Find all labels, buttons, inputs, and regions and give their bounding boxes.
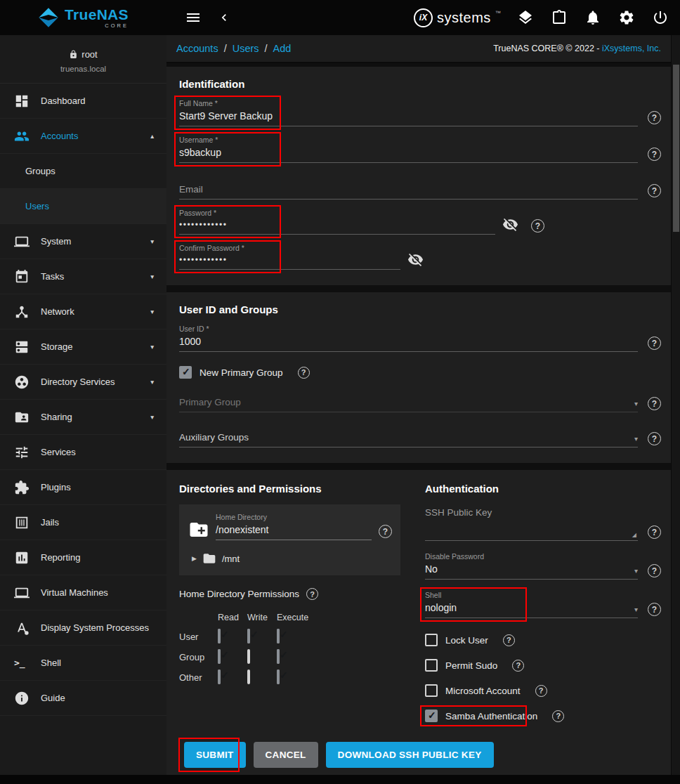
user-id-input[interactable]: 1000 [179,333,638,352]
sidebar-item-shell[interactable]: >_ Shell [0,646,166,681]
permit-sudo-checkbox[interactable] [425,659,438,672]
sidebar-item-label: Virtual Machines [41,587,108,598]
new-primary-group-checkbox[interactable] [179,366,192,379]
breadcrumb-accounts[interactable]: Accounts [176,43,218,54]
help-icon[interactable]: ? [648,184,661,197]
tree-expand-icon[interactable]: ▶ [192,555,197,562]
group-write-checkbox[interactable] [247,649,250,664]
sidebar-item-tasks[interactable]: Tasks ▼ [0,259,166,294]
sidebar-item-storage[interactable]: Storage ▼ [0,329,166,365]
sidebar-item-guide[interactable]: Guide [0,681,166,716]
form-actions: SUBMIT CANCEL DOWNLOAD SSH PUBLIC KEY [184,742,661,768]
microsoft-account-checkbox[interactable] [425,684,438,697]
full-name-input[interactable]: Start9 Server Backup [179,107,638,126]
sidebar-item-virtual-machines[interactable]: Virtual Machines [0,575,166,610]
back-icon[interactable] [217,11,231,25]
tree-item-mnt[interactable]: ▶ /mnt [188,551,392,566]
sidebar-item-directory-services[interactable]: Directory Services ▼ [0,365,166,400]
auxiliary-groups-select[interactable]: Auxiliary Groups ▾ [179,429,638,447]
breadcrumb-add[interactable]: Add [273,43,292,54]
submit-button[interactable]: SUBMIT [184,742,246,768]
lock-user-checkbox[interactable] [425,634,438,646]
logo-edition: CORE [65,23,129,29]
truecommand-icon[interactable] [517,9,534,26]
sidebar-item-network[interactable]: Network ▼ [0,294,166,329]
sidebar-item-accounts[interactable]: Accounts ▲ [0,119,166,154]
group-execute-checkbox[interactable] [277,649,280,664]
help-icon[interactable]: ? [512,660,524,672]
user-execute-checkbox[interactable] [277,629,280,643]
tasks-clipboard-icon[interactable] [551,9,568,26]
form-content: Identification Full Name * Start9 Server… [166,63,671,784]
sidebar-item-system[interactable]: System ▼ [0,224,166,259]
help-icon[interactable]: ? [531,219,544,233]
primary-group-select[interactable]: Primary Group ▾ [179,394,638,412]
username-input[interactable]: s9backup [179,144,638,163]
toggle-password-visibility-icon[interactable] [502,216,518,233]
sidebar-item-users[interactable]: Users [0,189,166,224]
email-input[interactable]: Email [179,181,638,200]
disable-password-select[interactable]: No ▾ [425,561,638,580]
dropdown-arrow-icon[interactable]: ▾ [634,400,638,407]
microsoft-account-label: Microsoft Account [445,686,521,696]
user-write-checkbox[interactable] [247,629,250,643]
sidebar-item-dashboard[interactable]: Dashboard [0,84,166,119]
other-read-checkbox[interactable] [218,669,221,684]
dropdown-arrow-icon[interactable]: ▾ [634,435,638,443]
other-execute-checkbox[interactable] [277,669,280,684]
create-folder-icon[interactable] [188,519,210,540]
samba-authentication-row: Samba Authentication ? [425,710,661,722]
ssh-public-key-textarea[interactable]: SSH Public Key ◢ [425,507,638,541]
help-icon[interactable]: ? [648,337,661,350]
help-icon[interactable]: ? [648,111,661,124]
sidebar-item-plugins[interactable]: Plugins [0,470,166,505]
dropdown-arrow-icon[interactable]: ▾ [634,567,638,575]
scrollbar-thumb[interactable] [673,65,679,232]
home-directory-panel: Home Directory /nonexistent ? ▶ /mnt [179,504,400,575]
password-input[interactable]: •••••••••••• [179,217,495,235]
disable-password-label: Disable Password [425,552,638,561]
help-icon[interactable]: ? [503,634,515,646]
group-read-checkbox[interactable] [218,649,221,664]
settings-gear-icon[interactable] [618,9,635,26]
breadcrumb-separator: / [224,43,227,54]
other-write-checkbox[interactable] [247,669,250,684]
sidebar-item-label: Directory Services [41,377,115,387]
ixsystems-link[interactable]: iXsystems, Inc. [602,44,661,53]
help-icon[interactable]: ? [552,710,564,722]
sidebar: root truenas.local Dashboard Accounts ▲ … [0,35,166,784]
help-icon[interactable]: ? [306,588,318,600]
help-icon[interactable]: ? [648,525,661,539]
sidebar-item-services[interactable]: Services [0,435,166,470]
resize-handle-icon[interactable]: ◢ [632,532,636,538]
user-read-checkbox[interactable] [218,629,221,643]
sidebar-item-jails[interactable]: Jails [0,505,166,540]
breadcrumb-users[interactable]: Users [233,43,259,54]
help-icon[interactable]: ? [648,148,661,161]
confirm-password-input[interactable]: •••••••••••• [179,252,400,270]
help-icon[interactable]: ? [648,397,661,410]
samba-authentication-checkbox[interactable] [425,710,438,722]
vertical-scrollbar[interactable] [671,35,680,784]
sidebar-item-sharing[interactable]: Sharing ▼ [0,400,166,435]
menu-icon[interactable] [185,9,202,26]
sidebar-item-reporting[interactable]: Reporting [0,540,166,575]
toggle-password-visibility-icon[interactable] [407,251,424,268]
notifications-bell-icon[interactable] [584,9,601,26]
sidebar-item-groups[interactable]: Groups [0,154,166,189]
help-icon[interactable]: ? [379,525,392,538]
help-icon[interactable]: ? [535,685,547,697]
shell-select[interactable]: nologin ▾ [425,599,638,618]
cancel-button[interactable]: CANCEL [254,742,318,768]
download-ssh-public-key-button[interactable]: DOWNLOAD SSH PUBLIC KEY [326,742,494,768]
power-icon[interactable] [652,9,669,26]
help-icon[interactable]: ? [648,564,661,577]
help-icon[interactable]: ? [648,603,661,616]
help-icon[interactable]: ? [298,367,310,379]
sidebar-item-display-system-processes[interactable]: Display System Processes [0,610,166,646]
dropdown-arrow-icon[interactable]: ▾ [634,606,638,613]
home-directory-input[interactable]: /nonexistent [216,521,372,540]
network-icon [14,304,30,320]
sidebar-item-label: Storage [41,341,73,352]
help-icon[interactable]: ? [648,432,661,445]
